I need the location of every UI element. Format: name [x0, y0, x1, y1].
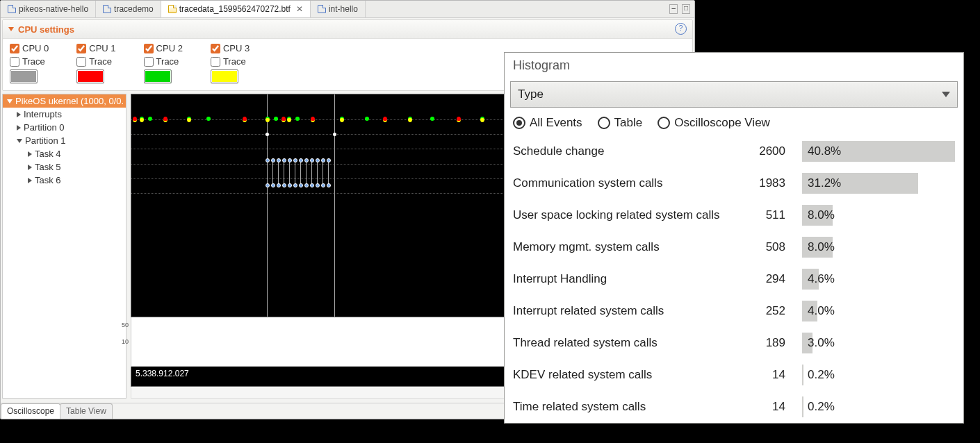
trace-event-marker: [163, 117, 168, 122]
tree-item-label: Task 4: [35, 149, 61, 159]
histogram-bar: 31.2%: [802, 173, 918, 194]
tree-item[interactable]: Task 5: [3, 160, 126, 174]
histogram-row-count: 508: [735, 231, 794, 263]
cpu-settings-header[interactable]: CPU settings ?: [3, 20, 692, 39]
trace-checkbox-input[interactable]: [144, 57, 154, 67]
histogram-radio[interactable]: All Events: [513, 116, 582, 130]
histogram-row[interactable]: Thread related system calls1893.0%: [505, 327, 963, 359]
histogram-bar: 40.8%: [802, 141, 955, 162]
chevron-right-icon: [28, 165, 32, 170]
editor-tab-label: tracedemo: [114, 4, 154, 14]
histogram-row-count: 252: [735, 295, 794, 327]
time-cursor[interactable]: [267, 94, 268, 317]
histogram-row-bar-cell: 0.2%: [794, 359, 963, 391]
cpu-label: CPU 1: [89, 43, 115, 53]
editor-tab-bar: pikeos-native-hello tracedemo tracedata_…: [1, 1, 694, 18]
histogram-bar: 8.0%: [802, 205, 833, 226]
trace-label: Trace: [156, 56, 179, 67]
tree-root[interactable]: PikeOS ukernel (1000, 0/0.: [3, 94, 126, 108]
cpu-color-swatch[interactable]: [144, 69, 172, 83]
maximize-panel-button[interactable]: □: [682, 4, 690, 14]
histogram-row[interactable]: User space locking related system calls5…: [505, 199, 963, 231]
histogram-bar: 8.0%: [802, 237, 833, 258]
cpu-checkbox-input[interactable]: [76, 44, 86, 53]
histogram-row[interactable]: Interrupt Handling2944.6%: [505, 263, 963, 295]
histogram-row-count: 1983: [735, 167, 794, 199]
trace-checkbox-input[interactable]: [76, 57, 86, 67]
histogram-row[interactable]: Communication system calls198331.2%: [505, 167, 963, 199]
trace-checkbox-input[interactable]: [211, 57, 220, 67]
histogram-bar: 3.0%: [802, 333, 812, 353]
trace-event-marker: [274, 117, 278, 121]
cpu-checkbox[interactable]: CPU 2: [144, 43, 183, 53]
file-icon: [103, 5, 111, 13]
view-tab-table[interactable]: Table View: [60, 403, 113, 419]
task-tree: PikeOS ukernel (1000, 0/0. InterruptsPar…: [2, 94, 126, 399]
histogram-row-name: Memory mgmt. system calls: [505, 231, 735, 263]
cpu-checkbox-input[interactable]: [211, 44, 220, 53]
trace-checkbox[interactable]: Trace: [211, 56, 246, 67]
histogram-row-name: KDEV related system calls: [505, 359, 735, 391]
editor-tab-active[interactable]: tracedata_1599562470272.btf ✕: [161, 1, 311, 17]
histogram-row[interactable]: Memory mgmt. system calls5088.0%: [505, 231, 963, 263]
histogram-row[interactable]: Interrupt related system calls2524.0%: [505, 295, 963, 327]
histogram-row-count: 14: [735, 359, 794, 391]
tree-item-label: Partition 0: [24, 122, 65, 133]
editor-tab[interactable]: int-hello: [311, 1, 366, 17]
tree-item[interactable]: Partition 1: [3, 134, 126, 147]
radio-label: Table: [614, 116, 643, 130]
histogram-row[interactable]: Schedule change260040.8%: [505, 135, 963, 167]
trace-event-marker: [295, 117, 300, 121]
time-cursor[interactable]: [334, 94, 335, 317]
chevron-right-icon: [28, 178, 32, 183]
histogram-type-select[interactable]: Type: [510, 81, 958, 108]
trace-checkbox[interactable]: Trace: [144, 56, 179, 67]
trace-file-icon: [168, 5, 177, 13]
cpu-checkbox-input[interactable]: [144, 44, 154, 53]
panel-controls: ‒ □: [665, 4, 694, 14]
cpu-checkbox[interactable]: CPU 1: [76, 43, 115, 53]
minimize-panel-button[interactable]: ‒: [669, 4, 678, 14]
cpu-color-swatch[interactable]: [211, 69, 238, 83]
chevron-down-icon: [17, 139, 22, 143]
histogram-row-bar-cell: 31.2%: [794, 167, 963, 199]
histogram-row-name: Interrupt related system calls: [505, 295, 735, 327]
cpu-checkbox[interactable]: CPU 0: [10, 43, 49, 53]
editor-tab[interactable]: pikeos-native-hello: [1, 1, 96, 17]
tree-item[interactable]: Task 6: [3, 174, 126, 187]
trace-checkbox[interactable]: Trace: [76, 56, 112, 67]
help-icon[interactable]: ?: [675, 23, 687, 35]
view-tab-oscilloscope[interactable]: Oscilloscope: [1, 403, 60, 419]
histogram-radio[interactable]: Oscilloscope View: [658, 116, 770, 130]
editor-tab-label: int-hello: [329, 4, 358, 14]
tree-item[interactable]: Partition 0: [3, 121, 126, 134]
histogram-row-pct: 4.0%: [808, 304, 835, 318]
tree-item[interactable]: Interrupts: [3, 108, 126, 121]
histogram-bar: 4.0%: [802, 301, 817, 321]
cpu-checkbox[interactable]: CPU 3: [211, 43, 250, 53]
cpu-color-swatch[interactable]: [10, 69, 38, 83]
trace-checkbox[interactable]: Trace: [10, 56, 45, 67]
cpu-checkbox-input[interactable]: [10, 44, 19, 53]
histogram-row-bar-cell: 4.6%: [794, 263, 963, 295]
histogram-row[interactable]: KDEV related system calls140.2%: [505, 359, 963, 391]
histogram-row-count: 511: [735, 199, 794, 231]
close-icon[interactable]: ✕: [296, 4, 303, 14]
cpu-color-swatch[interactable]: [76, 69, 104, 83]
editor-tab-label: pikeos-native-hello: [19, 4, 88, 14]
trace-event-marker: [383, 117, 387, 122]
histogram-row-count: 14: [735, 391, 794, 419]
histogram-row-bar-cell: 8.0%: [794, 199, 963, 231]
chevron-right-icon: [17, 112, 21, 117]
trace-checkbox-input[interactable]: [10, 57, 19, 67]
file-icon: [8, 5, 16, 13]
trace-event-marker: [311, 117, 315, 122]
histogram-radio[interactable]: Table: [598, 116, 643, 130]
trace-event-marker: [480, 117, 484, 122]
editor-tab[interactable]: tracedemo: [96, 1, 161, 17]
histogram-bar: 4.6%: [802, 269, 819, 290]
chevron-right-icon: [28, 151, 32, 157]
trace-label: Trace: [223, 56, 246, 67]
tree-item[interactable]: Task 4: [3, 147, 126, 160]
histogram-row[interactable]: Time related system calls140.2%: [505, 391, 963, 419]
